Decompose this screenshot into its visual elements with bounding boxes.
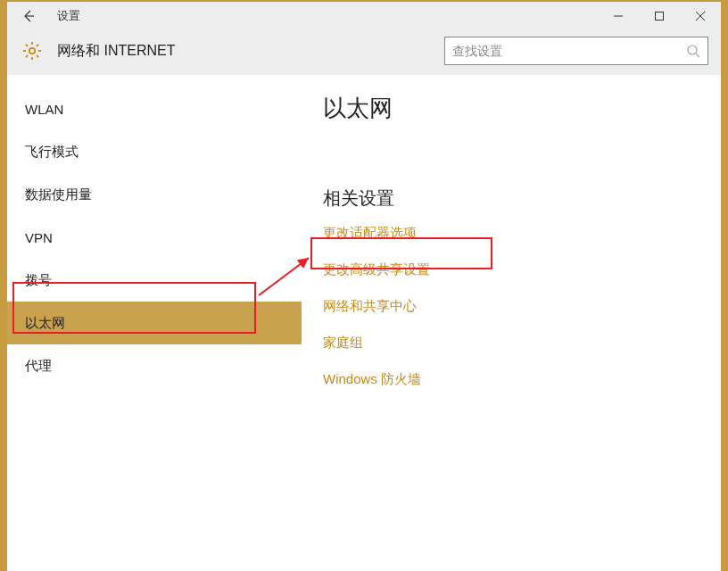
svg-rect-2 bbox=[656, 12, 664, 21]
settings-gear bbox=[20, 38, 45, 63]
back-button[interactable] bbox=[7, 2, 50, 30]
sidebar-item-airplane-mode[interactable]: 飞行模式 bbox=[7, 130, 302, 173]
maximize-button[interactable] bbox=[639, 2, 680, 30]
minimize-icon bbox=[614, 12, 623, 21]
sidebar: WLAN 飞行模式 数据使用量 VPN 拨号 以太网 代理 bbox=[7, 75, 302, 571]
window-controls bbox=[598, 2, 721, 30]
sidebar-item-label: 拨号 bbox=[25, 272, 52, 289]
sidebar-item-label: WLAN bbox=[25, 102, 63, 117]
search-box[interactable] bbox=[444, 37, 708, 65]
link-change-adapter-options[interactable]: 更改适配器选项 bbox=[323, 225, 699, 242]
sidebar-item-label: 数据使用量 bbox=[25, 186, 92, 203]
link-homegroup[interactable]: 家庭组 bbox=[323, 335, 699, 352]
window-title: 设置 bbox=[57, 8, 80, 24]
link-network-sharing-center[interactable]: 网络和共享中心 bbox=[323, 298, 699, 315]
svg-point-5 bbox=[29, 48, 35, 54]
header-row: 网络和 INTERNET bbox=[7, 30, 721, 75]
page-heading: 以太网 bbox=[323, 93, 699, 124]
title-bar: 设置 bbox=[7, 2, 721, 30]
svg-point-6 bbox=[688, 46, 697, 54]
sidebar-item-wlan[interactable]: WLAN bbox=[7, 87, 302, 130]
arrow-left-icon bbox=[21, 9, 36, 23]
minimize-button[interactable] bbox=[598, 2, 639, 30]
sidebar-item-label: VPN bbox=[25, 230, 53, 245]
body: WLAN 飞行模式 数据使用量 VPN 拨号 以太网 代理 以太网 相关设置 更… bbox=[7, 75, 721, 571]
sidebar-item-label: 飞行模式 bbox=[25, 144, 79, 161]
sidebar-item-vpn[interactable]: VPN bbox=[7, 216, 302, 259]
related-heading: 相关设置 bbox=[323, 186, 699, 211]
content-area: 以太网 相关设置 更改适配器选项 更改高级共享设置 网络和共享中心 家庭组 Wi… bbox=[302, 75, 721, 571]
link-advanced-sharing[interactable]: 更改高级共享设置 bbox=[323, 261, 699, 278]
header-label: 网络和 INTERNET bbox=[57, 42, 175, 61]
sidebar-item-label: 以太网 bbox=[25, 315, 65, 332]
close-icon bbox=[696, 12, 705, 21]
app-frame: 设置 网络和 INTERNET bbox=[0, 0, 728, 571]
settings-window: 设置 网络和 INTERNET bbox=[7, 2, 721, 571]
maximize-icon bbox=[655, 12, 664, 21]
search-icon bbox=[686, 44, 700, 58]
gear-icon bbox=[21, 40, 43, 62]
sidebar-item-proxy[interactable]: 代理 bbox=[7, 344, 302, 387]
svg-line-7 bbox=[696, 54, 699, 57]
link-windows-firewall[interactable]: Windows 防火墙 bbox=[323, 371, 699, 388]
close-button[interactable] bbox=[680, 2, 721, 30]
sidebar-item-dialup[interactable]: 拨号 bbox=[7, 259, 302, 302]
sidebar-item-ethernet[interactable]: 以太网 bbox=[7, 302, 302, 344]
sidebar-item-label: 代理 bbox=[25, 358, 52, 375]
search-input[interactable] bbox=[452, 44, 686, 58]
sidebar-item-data-usage[interactable]: 数据使用量 bbox=[7, 173, 302, 216]
